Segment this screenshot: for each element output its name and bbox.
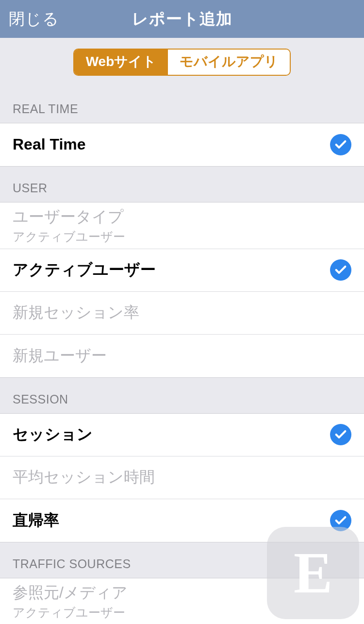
segment-mobile-app[interactable]: モバイルアプリ [168,50,290,75]
row-label: セッション [13,424,330,445]
section-real-time: Real Time [0,123,364,167]
section-user: ユーザータイプ アクティブユーザー アクティブユーザー 新規セッション率 新規ユ… [0,202,364,378]
row-label: 新規ユーザー [13,345,351,367]
section-header-real-time: REAL TIME [0,87,364,123]
navbar: 閉じる レポート追加 [0,0,364,38]
row-label: 平均セッション時間 [13,467,351,488]
section-header-session: SESSION [0,378,364,413]
row-sessions[interactable]: セッション [0,414,364,456]
row-sublabel: アクティブユーザー [13,229,351,245]
row-label: Real Time [13,135,330,153]
checkmark-icon [330,424,351,445]
row-label: 新規セッション率 [13,302,351,323]
row-new-session-rate[interactable]: 新規セッション率 [0,292,364,335]
checkmark-icon [330,134,351,155]
checkmark-icon [330,259,351,281]
fab-glyph: E [294,540,332,607]
section-session: セッション 平均セッション時間 直帰率 [0,413,364,542]
row-user-type[interactable]: ユーザータイプ アクティブユーザー [0,202,364,249]
segmented-control: Webサイト モバイルアプリ [73,49,291,76]
row-real-time[interactable]: Real Time [0,123,364,166]
section-header-user: USER [0,167,364,202]
floating-button[interactable]: E [267,527,359,619]
close-button[interactable]: 閉じる [9,8,59,30]
page-title: レポート追加 [132,8,232,30]
segment-website[interactable]: Webサイト [74,50,168,75]
row-new-users[interactable]: 新規ユーザー [0,335,364,377]
row-avg-session-duration[interactable]: 平均セッション時間 [0,456,364,499]
row-label: アクティブユーザー [13,259,330,281]
segmented-control-wrap: Webサイト モバイルアプリ [0,38,364,87]
row-active-users[interactable]: アクティブユーザー [0,249,364,292]
row-label: ユーザータイプ [13,206,351,228]
